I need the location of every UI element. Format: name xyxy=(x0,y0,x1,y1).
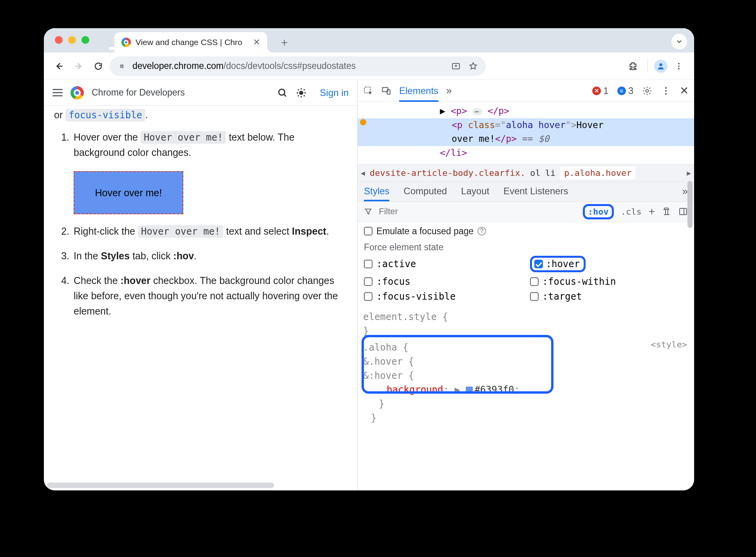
color-swatch[interactable] xyxy=(466,387,473,394)
emulate-focused-checkbox[interactable] xyxy=(364,227,373,235)
devtools-menu-icon[interactable] xyxy=(661,86,671,96)
state-focus[interactable]: :focus xyxy=(364,276,522,287)
crumb-item[interactable]: ol xyxy=(530,168,541,178)
dom-eq: == xyxy=(517,134,538,144)
reload-button[interactable] xyxy=(90,58,107,74)
dom-selected-line[interactable]: <p class="aloha hover">Hover over me!</p… xyxy=(358,118,694,146)
crumb-item[interactable]: devsite-article-body.clearfix. xyxy=(370,168,525,178)
new-tab-button[interactable]: ＋ xyxy=(277,34,292,50)
state-hover[interactable]: :hover xyxy=(530,256,688,272)
crumb-prev-icon[interactable]: ◀ xyxy=(361,169,365,177)
rule-property[interactable]: background xyxy=(387,384,443,395)
crumb-item-selected[interactable]: p.aloha.hover xyxy=(560,166,635,179)
state-focus-visible[interactable]: :focus-visible xyxy=(364,291,522,302)
rule-selector[interactable]: &:hover { xyxy=(363,370,414,381)
url-text: developer.chrome.com/docs/devtools/css#p… xyxy=(132,61,356,71)
settings-icon[interactable] xyxy=(642,86,652,96)
theme-toggle-icon[interactable] xyxy=(296,87,307,98)
inspect-element-icon[interactable] xyxy=(363,86,373,96)
state-label: :focus-within xyxy=(543,276,616,287)
rule-close: } xyxy=(371,412,376,423)
extensions-button[interactable] xyxy=(625,58,641,74)
close-tab-button[interactable]: ✕ xyxy=(253,37,260,47)
devtools-scrollbar[interactable] xyxy=(687,103,693,486)
elements-tab[interactable]: Elements xyxy=(399,85,438,102)
focus-visible-checkbox[interactable] xyxy=(364,292,373,301)
maximize-window-button[interactable] xyxy=(81,36,89,44)
steps-list: Hover over the Hover over me! text below… xyxy=(54,130,347,318)
crumb-item[interactable]: li xyxy=(545,168,556,178)
profile-button[interactable] xyxy=(654,60,667,73)
rule-selector[interactable]: .aloha { xyxy=(363,342,409,353)
cls-toggle-button[interactable]: .cls xyxy=(621,207,642,217)
focus-checkbox[interactable] xyxy=(364,277,373,286)
search-icon[interactable] xyxy=(277,87,288,98)
intro-or: or xyxy=(54,109,65,120)
style-rules[interactable]: element.style { } .aloha { &.hover { &:h… xyxy=(358,307,694,433)
state-label: :active xyxy=(376,259,416,269)
chrome-menu-button[interactable] xyxy=(671,58,687,74)
state-target[interactable]: :target xyxy=(530,291,688,302)
help-icon[interactable]: ? xyxy=(477,227,486,235)
dom-text: Hover xyxy=(577,120,609,130)
hov-toggle-button[interactable]: :hov xyxy=(583,204,614,219)
rule-value[interactable]: #6393f0 xyxy=(474,384,514,395)
focus-within-checkbox[interactable] xyxy=(530,277,539,286)
tab-event-listeners[interactable]: Event Listeners xyxy=(503,186,568,201)
expand-toggle-icon[interactable]: ▶ xyxy=(440,106,451,116)
more-subtabs-icon[interactable]: » xyxy=(682,185,688,201)
svg-point-13 xyxy=(665,90,667,91)
hover-over-me-demo[interactable]: Hover over me! xyxy=(74,171,183,214)
sign-in-link[interactable]: Sign in xyxy=(320,87,349,98)
bookmark-icon[interactable] xyxy=(468,61,478,71)
browser-tab[interactable]: View and change CSS | Chro ✕ xyxy=(114,32,267,52)
dom-breadcrumbs[interactable]: ◀ devsite-article-body.clearfix. ol li p… xyxy=(358,164,694,182)
step-3-b2: :hov xyxy=(173,250,194,261)
state-active[interactable]: :active xyxy=(364,256,522,272)
copy-styles-icon[interactable] xyxy=(662,207,671,216)
new-style-rule-icon[interactable]: + xyxy=(649,205,655,218)
tab-layout[interactable]: Layout xyxy=(461,186,489,201)
dom-tree[interactable]: ▶ <p> ⋯ </p> <p class="aloha hover">Hove… xyxy=(358,102,694,164)
svg-point-5 xyxy=(678,68,680,69)
dom-line[interactable]: </li> xyxy=(362,146,690,160)
step-2-pre: Right-click the xyxy=(74,226,138,237)
rule-source-link[interactable]: <style> xyxy=(651,338,687,351)
menu-button[interactable] xyxy=(52,89,63,96)
page-horizontal-scrollbar[interactable] xyxy=(47,483,354,488)
more-tabs-icon[interactable]: » xyxy=(446,85,452,97)
forward-button[interactable] xyxy=(71,58,87,74)
rule-selector[interactable]: &.hover { xyxy=(363,356,414,367)
message-count[interactable]: ≡3 xyxy=(617,85,633,96)
state-focus-within[interactable]: :focus-within xyxy=(530,276,688,287)
emulate-focused-row[interactable]: Emulate a focused page ? xyxy=(358,222,694,241)
install-app-icon[interactable] xyxy=(451,61,461,71)
site-info-icon[interactable] xyxy=(118,62,126,71)
computed-sidebar-icon[interactable] xyxy=(678,207,688,216)
target-checkbox[interactable] xyxy=(530,292,539,301)
back-button[interactable] xyxy=(51,58,67,74)
styles-filter-bar: :hov .cls + xyxy=(358,202,694,222)
toolbar-divider xyxy=(647,60,648,72)
tab-title: View and change CSS | Chro xyxy=(136,38,242,47)
tab-computed[interactable]: Computed xyxy=(403,186,447,201)
address-bar[interactable]: developer.chrome.com/docs/devtools/css#p… xyxy=(110,56,486,76)
styles-subtabs: Styles Computed Layout Event Listeners » xyxy=(358,182,694,202)
state-label: :focus-visible xyxy=(376,291,456,302)
minimize-window-button[interactable] xyxy=(68,36,76,44)
tab-search-button[interactable] xyxy=(671,34,687,49)
active-checkbox[interactable] xyxy=(364,260,373,268)
tab-styles[interactable]: Styles xyxy=(364,186,389,201)
device-toggle-icon[interactable] xyxy=(381,86,391,96)
close-window-button[interactable] xyxy=(55,36,63,44)
close-devtools-button[interactable]: ✕ xyxy=(680,84,689,97)
ellipsis-icon[interactable]: ⋯ xyxy=(472,108,482,115)
chrome-logo-icon xyxy=(71,86,84,99)
error-count[interactable]: ✕1 xyxy=(592,85,608,96)
url-host: developer.chrome.com xyxy=(132,61,224,71)
hover-checkbox[interactable] xyxy=(534,260,543,268)
filter-input[interactable] xyxy=(378,206,472,217)
dom-line[interactable]: ▶ <p> ⋯ </p> xyxy=(362,104,690,118)
dom-tag: <p xyxy=(452,120,468,130)
rule-element-style[interactable]: element.style { xyxy=(363,311,448,322)
